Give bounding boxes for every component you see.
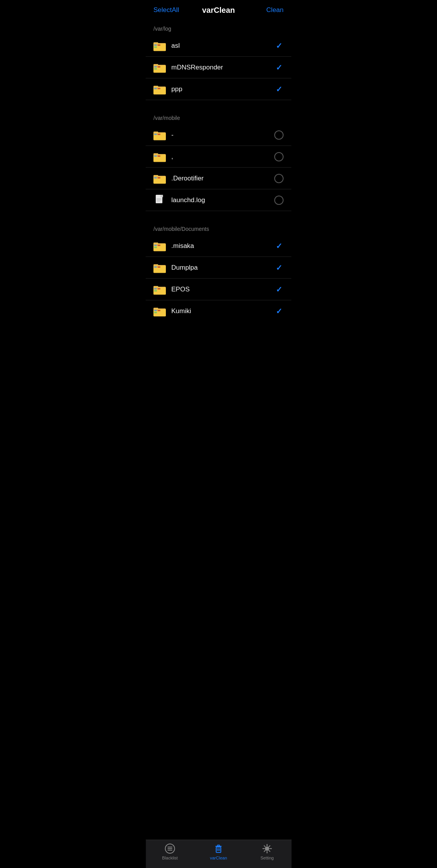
svg-rect-30: [153, 175, 158, 177]
list-item[interactable]: -: [146, 124, 291, 146]
section-header-var-mobile: /var/mobile: [146, 108, 291, 124]
item-name: Kumiki: [171, 307, 274, 315]
item-name: -: [171, 131, 274, 139]
folder-icon: [153, 262, 166, 273]
item-name: asl: [171, 42, 274, 50]
page-title: varClean: [202, 6, 235, 15]
folder-icon: [153, 151, 166, 162]
svg-rect-47: [154, 266, 157, 268]
item-name: .misaka: [171, 242, 274, 250]
folder-icon: [153, 306, 166, 317]
svg-rect-31: [154, 177, 157, 178]
item-name: ,: [171, 153, 274, 161]
svg-rect-57: [153, 308, 158, 310]
svg-rect-25: [153, 153, 158, 156]
svg-rect-22: [158, 133, 160, 135]
item-name: mDNSResponder: [171, 64, 274, 71]
svg-rect-20: [153, 132, 158, 134]
svg-rect-11: [158, 66, 160, 68]
check-indicator: [274, 307, 284, 316]
svg-rect-52: [154, 288, 157, 289]
svg-rect-60: [154, 312, 157, 314]
svg-rect-21: [154, 133, 157, 135]
list-item[interactable]: asl: [146, 35, 291, 57]
svg-rect-6: [154, 46, 157, 48]
folder-icon: [153, 84, 166, 95]
svg-rect-42: [158, 244, 160, 246]
check-indicator: [274, 285, 284, 294]
list-item[interactable]: Kumiki: [146, 300, 291, 322]
folder-icon: [153, 284, 166, 295]
list-item[interactable]: .Derootifier: [146, 168, 291, 189]
svg-rect-32: [158, 177, 160, 178]
svg-rect-58: [154, 310, 157, 311]
check-indicator: [274, 263, 284, 272]
svg-rect-53: [158, 288, 160, 289]
check-indicator: [274, 152, 284, 161]
select-all-button[interactable]: SelectAll: [153, 6, 179, 14]
check-indicator: [274, 241, 284, 251]
svg-rect-26: [154, 155, 157, 157]
list-item[interactable]: .misaka: [146, 235, 291, 257]
clean-button[interactable]: Clean: [266, 6, 284, 14]
list-item[interactable]: EPOS: [146, 279, 291, 300]
item-name: Dumplpa: [171, 264, 274, 272]
svg-rect-41: [154, 244, 157, 246]
list-item[interactable]: ,: [146, 146, 291, 168]
svg-rect-15: [153, 86, 158, 88]
svg-rect-17: [158, 88, 160, 89]
svg-rect-27: [158, 155, 160, 157]
svg-rect-3: [153, 42, 158, 45]
list-item[interactable]: ppp: [146, 78, 291, 100]
file-icon: [153, 195, 166, 206]
folder-icon: [153, 173, 166, 184]
app-header: SelectAll varClean Clean: [146, 0, 291, 19]
check-indicator: [274, 63, 284, 72]
check-indicator: [274, 85, 284, 94]
svg-rect-46: [153, 264, 158, 267]
check-indicator: [274, 174, 284, 183]
svg-rect-16: [154, 88, 157, 89]
svg-rect-4: [154, 44, 157, 46]
svg-rect-9: [153, 64, 158, 66]
list-item[interactable]: Dumplpa: [146, 257, 291, 279]
svg-rect-43: [154, 246, 157, 248]
svg-rect-48: [158, 266, 160, 268]
svg-rect-54: [154, 290, 157, 291]
svg-rect-59: [158, 310, 160, 311]
item-name: launchd.log: [171, 196, 274, 204]
check-indicator: [274, 130, 284, 140]
folder-icon: [153, 241, 166, 251]
folder-icon: [153, 40, 166, 51]
folder-icon: [153, 62, 166, 73]
list-item[interactable]: launchd.log: [146, 189, 291, 211]
main-content: /var/log asl mDNSResponder: [146, 19, 291, 357]
svg-rect-40: [153, 243, 158, 245]
check-indicator: [274, 196, 284, 205]
svg-rect-12: [154, 68, 157, 69]
item-name: ppp: [171, 85, 274, 93]
svg-rect-34: [160, 195, 163, 197]
list-item[interactable]: mDNSResponder: [146, 57, 291, 78]
item-name: EPOS: [171, 286, 274, 293]
check-indicator: [274, 41, 284, 50]
svg-rect-10: [154, 66, 157, 68]
folder-icon: [153, 130, 166, 140]
svg-rect-5: [158, 44, 160, 46]
svg-rect-51: [153, 286, 158, 288]
section-header-var-mobile-documents: /var/mobile/Documents: [146, 219, 291, 235]
item-name: .Derootifier: [171, 175, 274, 182]
section-header-var-log: /var/log: [146, 19, 291, 35]
